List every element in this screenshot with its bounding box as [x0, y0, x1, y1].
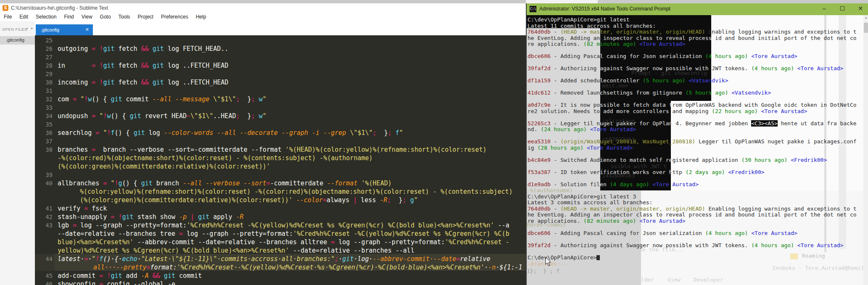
ghost-folder-icon: [790, 253, 798, 259]
console-row: re applications. (82 minutes ago) <Tore …: [528, 41, 686, 48]
console-titlebar[interactable]: C:\ Administrator: VS2015 x64 Native Too…: [527, 3, 868, 15]
line-number: 30: [35, 79, 53, 86]
code-row: lgb = log --graph --pretty=format:'%Cred…: [58, 221, 509, 230]
console-row: 41dc612 - Removed launchsettings from gi…: [528, 90, 771, 96]
code-row: latest·=·"!f()·{·echo·"Latest·\"${1:-11}…: [58, 255, 491, 263]
code-row: allbranches = "!g() { git branch --all -…: [58, 179, 392, 187]
console-window: C:\ Administrator: VS2015 x64 Native Too…: [526, 3, 868, 285]
ghost-text: older View Developer: [638, 277, 723, 283]
scrollbar-thumb[interactable]: [864, 23, 868, 33]
code-row: com = "!w() { git commit --all --message…: [58, 95, 266, 103]
line-number: 38: [35, 146, 53, 153]
menu-preferences[interactable]: Preferences: [157, 14, 192, 20]
ghost-text: Innboks - Tore.Aurstad@hemit.no - Mi: [772, 265, 868, 271]
code-row: undopush = "!w() { git revert HEAD~\"$1\…: [58, 112, 266, 120]
mouse-cursor-icon: [545, 257, 552, 267]
code-row: --date=relative --branches tree = log --…: [58, 230, 509, 238]
line-number: 31: [35, 87, 53, 94]
line-number: 26: [35, 45, 53, 52]
line-number: 40: [35, 180, 53, 187]
code-row: outgoing = !git fetch && git log FETCH_H…: [58, 45, 228, 53]
line-number: 32: [35, 96, 53, 103]
code-row: verify = fsck: [58, 204, 107, 213]
console-row: he EventLog. Adding an inspector class t…: [528, 212, 857, 218]
sidebar-item-gitconfig[interactable]: .gitconfig: [0, 36, 35, 45]
line-number: 35: [35, 121, 53, 128]
console-title: Administrator: VS2015 x64 Native Tools C…: [539, 6, 670, 12]
menu-find[interactable]: Find: [60, 14, 77, 20]
ghost-text: bbrev-commit: [527, 222, 566, 228]
console-row: C:\dev\OpPlanApiCore>: [528, 255, 600, 261]
code-row: %(color:yellow)%(refname:short)%(color:r…: [80, 187, 513, 196]
ghost-text: ialization: [602, 118, 635, 124]
menu-view[interactable]: View: [78, 14, 96, 20]
ghost-text: -%(authorname): [527, 187, 573, 193]
tab-close-icon[interactable]: ✕: [85, 27, 89, 32]
console-row: dbce606 - Adding Pascal casing for Json …: [528, 53, 797, 60]
sidebar-item-label: .gitconfig: [6, 37, 24, 42]
line-number: 25: [35, 37, 53, 44]
console-row: ig (28 hours ago) <Tore Aurstad>: [528, 145, 633, 151]
menu-file[interactable]: File: [0, 14, 16, 20]
maximize-button[interactable]: ☐: [838, 5, 847, 12]
menu-help[interactable]: Help: [192, 14, 210, 20]
line-number: 45: [35, 272, 53, 279]
console-row: d1e9adb - Solution filen (4 days ago) <T…: [528, 182, 699, 188]
console-row: nd. (24 hours ago) <Tore Aurstad>: [528, 127, 636, 133]
code-row: yellow)%d%Creset %s %Cgreen(%cr) %C(bold…: [58, 246, 414, 255]
line-number: 28: [35, 62, 53, 69]
console-row: Latest 11 commits accross all branches:: [528, 23, 656, 29]
code-row: (%(color:green)%(committerdate:relative)…: [58, 162, 270, 171]
tab-strip: ◂ ▸ .gitconfig ✕: [35, 21, 526, 36]
sublime-titlebar[interactable]: S C:\Users\toaurs-he\.gitconfig - Sublim…: [0, 3, 526, 13]
code-editor[interactable]: 2526272829303132333435363738394041424344…: [35, 35, 526, 285]
console-row: a0d7c9e - It is now possible to fetch da…: [528, 102, 857, 108]
console-row: 52265c3 - Legger til nuget pakker for Op…: [528, 121, 857, 127]
console-row: re2 solution. Needs to add more controll…: [528, 108, 807, 115]
close-button[interactable]: ✕: [856, 5, 865, 12]
code-row: showconfig = config --global -e: [58, 280, 175, 285]
open-files-sidebar: OPEN FILES .gitconfig: [0, 21, 35, 285]
ghost-text: 1442b8e183: [602, 172, 635, 179]
tab-label: .gitconfig: [41, 27, 59, 32]
line-number: 46: [35, 281, 53, 285]
ghost-text: Roaming: [802, 253, 825, 259]
menu-edit[interactable]: Edit: [16, 14, 32, 20]
console-row: C:\dev\OpPlanApiCore>git latest: [528, 17, 630, 23]
menu-selection[interactable]: Selection: [32, 14, 60, 20]
cmd-icon: C:\: [530, 6, 536, 12]
line-number: 29: [35, 71, 53, 77]
terminal-cursor: [596, 255, 600, 260]
ghost-text: emit.no>: [602, 82, 628, 89]
ghost-text: 1}; } ; f: [527, 268, 559, 274]
line-number: 42: [35, 214, 53, 220]
console-row: 39faf2d - Authorizing against Swagger no…: [528, 243, 843, 249]
line-number: 33: [35, 104, 53, 111]
line-number: 36: [35, 129, 53, 136]
line-number: 27: [35, 54, 53, 61]
open-files-label: OPEN FILES: [2, 27, 27, 32]
code-row: searchlog = "!f() { git log --color-word…: [58, 129, 403, 137]
code-row: in = !git fetch && git log ..FETCH_HEAD: [58, 61, 228, 70]
ghost-text: Prompt - git showconfig: [631, 70, 707, 76]
menu-project[interactable]: Project: [134, 14, 157, 20]
tab-gitconfig[interactable]: .gitconfig ✕: [36, 24, 93, 36]
window-title: C:\Users\toaurs-he\.gitconfig - Sublime …: [11, 5, 108, 11]
ghost-text: ssible with JWT t: [611, 163, 667, 169]
sublime-icon: S: [3, 5, 8, 11]
code-row: stash-unapply = !git stash show -p | git…: [58, 213, 244, 221]
line-number: 43: [35, 222, 53, 229]
line-number: 41: [35, 205, 53, 212]
code-row: branches = branch --verbose --sort=-comm…: [58, 145, 487, 154]
menu-tools[interactable]: Tools: [115, 14, 134, 20]
console-row: f53a387 - ID token verification works ov…: [528, 169, 765, 176]
scroll-up-icon[interactable]: ˄: [863, 16, 868, 20]
console-row: dbce606 - Adding Pascal casing for Json …: [528, 230, 797, 237]
console-row: 764d0db - (HEAD -> master, origin/master…: [528, 206, 857, 212]
menu-goto[interactable]: Goto: [96, 14, 115, 20]
console-scrollbar[interactable]: ˄: [863, 15, 868, 285]
console-row: 764d0db - (HEAD -> master, origin/master…: [528, 29, 857, 35]
minimize-button[interactable]: –: [820, 5, 829, 12]
tab-scroll-arrows[interactable]: ◂ ▸: [26, 26, 34, 30]
code-row: blue)<%an>%Creset%n' --abbrev-commit --d…: [58, 238, 509, 246]
